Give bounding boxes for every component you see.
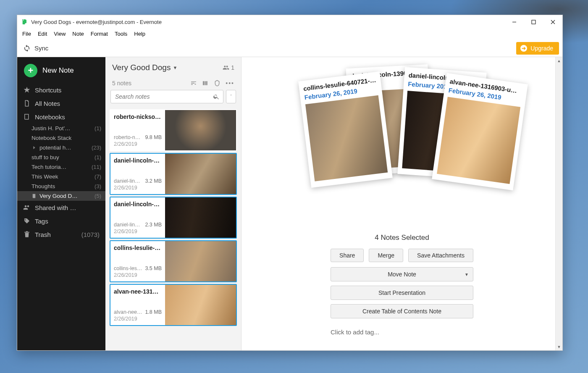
note-size: 3.5 MB <box>145 265 162 271</box>
note-title: alvan-nee-131… <box>114 288 162 295</box>
close-button[interactable] <box>543 15 562 29</box>
chevron-down-icon: ▼ <box>465 272 469 277</box>
note-preview-stage: collins-lesulie-640721-…February 26, 201… <box>242 61 562 221</box>
note-card[interactable]: roberto-nickso…roberto-n…9.8 MB2/26/2019 <box>110 109 237 151</box>
selection-count-label: 4 Notes Selected <box>242 234 562 242</box>
tag-filter-icon[interactable] <box>214 80 220 87</box>
menubar: FileEditViewNoteFormatToolsHelp <box>17 29 562 39</box>
scroll-down-icon[interactable]: ▼ <box>556 343 562 350</box>
note-title: collins-lesulie-… <box>114 244 162 251</box>
book-icon <box>23 113 31 121</box>
note-filename: roberto-n… <box>114 134 140 140</box>
search-input[interactable] <box>114 93 213 100</box>
note-icon <box>23 100 31 107</box>
sync-icon <box>23 45 31 52</box>
window-title: Very Good Dogs - evernote@justinpot.com … <box>31 19 162 25</box>
sidebar-item-tags[interactable]: Tags <box>17 214 105 228</box>
menu-help[interactable]: Help <box>131 30 148 38</box>
sidebar-item-trash[interactable]: Trash(1073) <box>17 228 105 241</box>
menu-tools[interactable]: Tools <box>112 30 130 38</box>
sidebar-notebook[interactable]: Tech tutoria…(11) <box>17 162 105 172</box>
share-button[interactable]: Share <box>331 249 364 262</box>
note-thumbnail <box>165 154 236 194</box>
note-size: 2.3 MB <box>145 222 162 228</box>
menu-format[interactable]: Format <box>88 30 110 38</box>
note-date: 2/26/2019 <box>114 316 162 322</box>
upgrade-arrow-icon: ➜ <box>520 45 527 52</box>
chevron-right-icon <box>32 145 37 150</box>
preview-card[interactable]: alvan-nee-1316903-u…February 26, 2019 <box>432 73 528 191</box>
main-pane: ▲ ▼ collins-lesulie-640721-…February 26,… <box>242 57 562 350</box>
save-attachments-button[interactable]: Save Attachments <box>408 249 473 262</box>
tag-icon <box>23 217 31 225</box>
sidebar-notebook[interactable]: Thoughts(3) <box>17 181 105 191</box>
note-card[interactable]: alvan-nee-131…alvan-nee…1.8 MB2/26/2019 <box>110 284 237 326</box>
upgrade-button[interactable]: ➜ Upgrade <box>516 42 559 55</box>
preview-card-image <box>305 95 388 181</box>
sidebar-item-notebooks[interactable]: Notebooks <box>17 110 105 123</box>
move-note-dropdown[interactable]: Move Note ▼ <box>331 267 473 281</box>
note-list-panel: Very Good Dogs ▼ 1 5 notes ••• <box>105 57 242 350</box>
sidebar-notebook[interactable]: Notebook Stack <box>17 133 105 143</box>
sidebar-item-shared-with-[interactable]: Shared with … <box>17 201 105 214</box>
note-thumbnail <box>165 110 236 150</box>
maximize-button[interactable] <box>524 15 543 29</box>
sidebar-item-shortcuts[interactable]: Shortcuts <box>17 83 105 97</box>
note-card[interactable]: daniel-lincoln-…daniel-lin…3.2 MB2/26/20… <box>110 153 237 195</box>
note-size: 1.8 MB <box>145 309 162 315</box>
view-mode-icon[interactable] <box>202 80 209 87</box>
note-filename: daniel-lin… <box>114 178 140 184</box>
search-icon[interactable] <box>213 93 220 100</box>
note-list: roberto-nickso…roberto-n…9.8 MB2/26/2019… <box>105 108 241 350</box>
evernote-logo-icon <box>21 18 28 25</box>
sidebar-notebook[interactable]: This Week(7) <box>17 172 105 181</box>
sidebar-notebook[interactable]: potential h…(23) <box>17 143 105 152</box>
menu-edit[interactable]: Edit <box>35 30 50 38</box>
people-icon <box>223 64 229 71</box>
people-icon <box>23 204 31 211</box>
svg-rect-1 <box>532 20 536 24</box>
more-icon[interactable]: ••• <box>226 80 234 87</box>
sidebar-notebook[interactable]: stuff to buy(1) <box>17 152 105 162</box>
note-title: roberto-nickso… <box>114 113 162 120</box>
create-toc-button[interactable]: Create Table of Contents Note <box>331 304 473 318</box>
menu-file[interactable]: File <box>20 30 34 38</box>
preview-card[interactable]: collins-lesulie-640721-…February 26, 201… <box>298 71 393 188</box>
note-card[interactable]: collins-lesulie-…collins-les…3.5 MB2/26/… <box>110 240 237 282</box>
notebook-title-dropdown[interactable]: Very Good Dogs ▼ <box>112 63 177 72</box>
note-thumbnail <box>165 285 236 325</box>
note-filename: collins-les… <box>114 265 142 271</box>
upgrade-label: Upgrade <box>530 45 553 52</box>
app-window: Very Good Dogs - evernote@justinpot.com … <box>17 15 563 351</box>
titlebar: Very Good Dogs - evernote@justinpot.com … <box>17 15 562 29</box>
search-input-container <box>110 90 223 103</box>
preview-card-image <box>437 97 520 184</box>
sidebar-item-all-notes[interactable]: All Notes <box>17 97 105 110</box>
share-notebook-button[interactable]: 1 <box>223 64 234 71</box>
sidebar-notebook[interactable]: Very Good D…(5) <box>17 191 105 201</box>
new-note-button[interactable]: + New Note <box>17 61 105 83</box>
note-card[interactable]: daniel-lincoln-…daniel-lin…2.3 MB2/26/20… <box>110 197 237 239</box>
star-icon <box>23 86 31 94</box>
sync-button[interactable]: Sync <box>23 45 48 52</box>
sync-label: Sync <box>34 45 48 52</box>
sort-icon[interactable] <box>190 80 197 87</box>
merge-button[interactable]: Merge <box>369 249 403 262</box>
note-size: 3.2 MB <box>145 178 162 184</box>
notebook-title-label: Very Good Dogs <box>112 63 171 72</box>
plus-icon: + <box>24 64 37 77</box>
menu-view[interactable]: View <box>51 30 68 38</box>
note-filename: alvan-nee… <box>114 309 142 315</box>
start-presentation-button[interactable]: Start Presentation <box>331 286 473 300</box>
note-thumbnail <box>165 197 236 238</box>
collapse-list-button[interactable]: ˆ <box>226 90 236 103</box>
note-title: daniel-lincoln-… <box>114 201 162 208</box>
note-date: 2/26/2019 <box>114 141 162 147</box>
note-date: 2/26/2019 <box>114 229 162 234</box>
sidebar-notebook[interactable]: Justin H. Pot'…(1) <box>17 123 105 133</box>
add-tag-hint[interactable]: Click to add tag... <box>331 328 473 336</box>
note-date: 2/26/2019 <box>114 272 162 278</box>
minimize-button[interactable] <box>504 15 524 29</box>
note-date: 2/26/2019 <box>114 185 162 191</box>
menu-note[interactable]: Note <box>70 30 86 38</box>
